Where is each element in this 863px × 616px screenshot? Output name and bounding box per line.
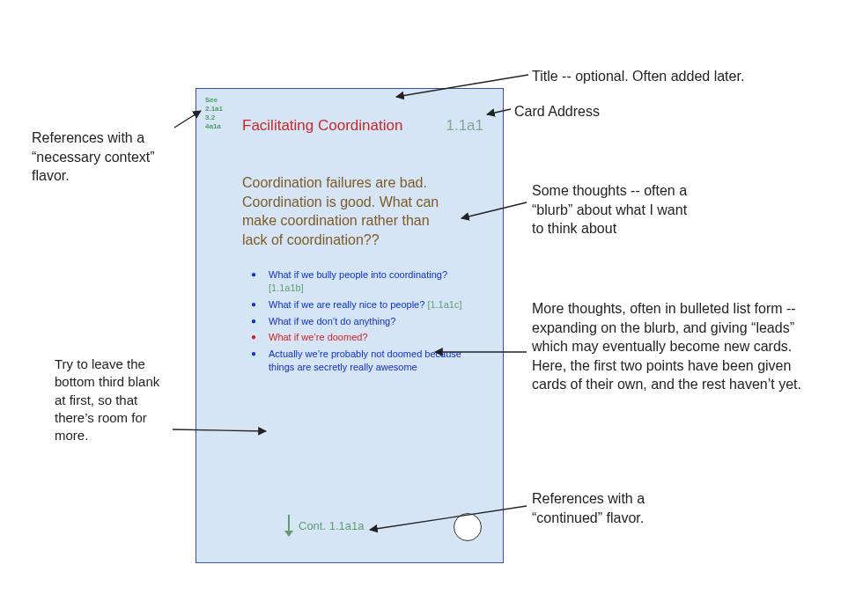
annotation-bottom: Try to leave the bottom third blank at f…: [55, 356, 169, 444]
card-continuation: Cont. 1.1a1a: [288, 515, 364, 536]
annotation-see: References with a “necessary context” fl…: [32, 128, 190, 186]
see-refs-block: See 2.1a1 3.2 4a1a: [205, 96, 223, 131]
card-bullet: Actually we’re probably not doomed becau…: [247, 348, 478, 378]
bullet-text: What if we bully people into coordinatin…: [269, 269, 447, 280]
annotation-title: Title -- optional. Often added later.: [532, 67, 744, 86]
bullet-text: What if we are really nice to people?: [269, 299, 424, 310]
card-title: Facilitating Coordination: [242, 117, 402, 135]
card-bullets: What if we bully people into coordinatin…: [247, 268, 478, 378]
see-refs-item: 4a1a: [205, 122, 223, 131]
see-refs-label: See: [205, 96, 223, 105]
see-refs-item: 2.1a1: [205, 105, 223, 114]
punch-hole-icon: [454, 513, 482, 541]
card-blurb: Coordination failures are bad. Coordinat…: [242, 173, 445, 249]
card-bullet: What if we’re doomed?: [247, 331, 478, 348]
card-bullet: What if we bully people into coordinatin…: [247, 268, 478, 298]
bullet-ref: [1.1a1c]: [427, 299, 461, 310]
bullet-text: Actually we’re probably not doomed becau…: [269, 348, 461, 372]
diagram-stage: See 2.1a1 3.2 4a1a Facilitating Coordina…: [0, 0, 863, 616]
bullet-text: What if we’re doomed?: [269, 332, 368, 342]
bullet-ref: [1.1a1b]: [269, 282, 304, 293]
card-bullet: What if we are really nice to people? [1…: [247, 298, 478, 315]
annotation-bullets: More thoughts, often in bulleted list fo…: [532, 299, 822, 394]
annotation-cont: References with a “continued” flavor.: [532, 489, 708, 527]
annotation-address: Card Address: [514, 102, 600, 121]
card-continuation-label: Cont. 1.1a1a: [299, 519, 364, 532]
note-card: See 2.1a1 3.2 4a1a Facilitating Coordina…: [195, 88, 504, 563]
annotation-blurb: Some thoughts -- often a “blurb” about w…: [532, 181, 690, 238]
see-refs-item: 3.2: [205, 114, 223, 122]
arrow-down-icon: [288, 515, 290, 536]
card-bullet: What if we don’t do anything?: [247, 315, 478, 332]
card-address: 1.1a1: [446, 117, 483, 135]
card-header: Facilitating Coordination 1.1a1: [242, 117, 483, 135]
bullet-text: What if we don’t do anything?: [269, 316, 395, 326]
